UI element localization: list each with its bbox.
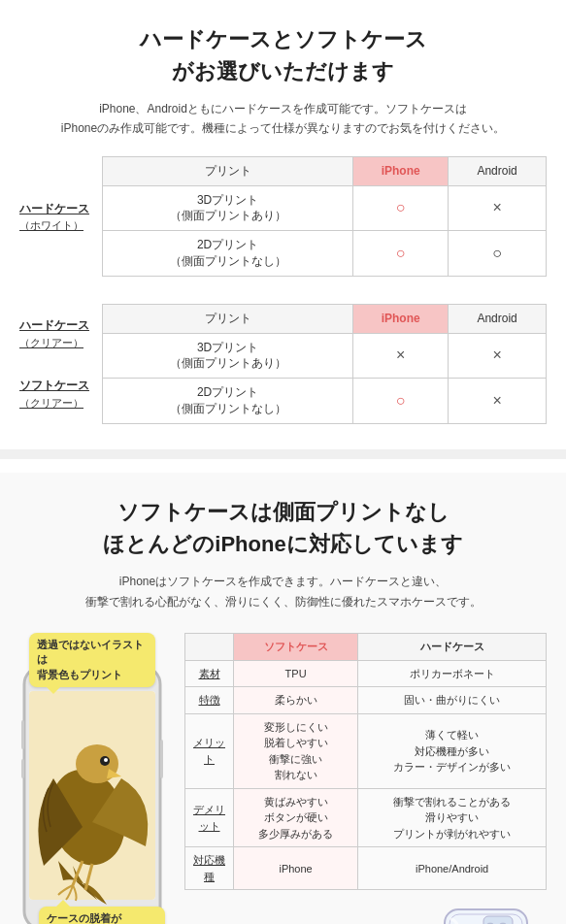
hard-feature: 固い・曲がりにくい — [358, 687, 547, 714]
table2-wrapper: ハードケース （クリアー） ソフトケース （クリアー） プリント iPhone … — [19, 304, 547, 424]
soft-demerit: 黄ばみやすいボタンが硬い多少厚みがある — [234, 788, 358, 847]
section-divider — [0, 449, 566, 459]
hard-case-clear-block: ハードケース （クリアー） — [19, 313, 96, 355]
soft-compat: iPhone — [234, 847, 358, 890]
svg-point-11 — [104, 758, 108, 762]
row2-iphone: ○ — [353, 231, 449, 277]
row3-iphone: × — [353, 333, 449, 379]
comparison-area: 透過ではないイラストは背景色もプリント — [19, 633, 547, 924]
soft-case-clear-sub: （クリアー） — [19, 397, 83, 409]
table-row: 対応機種 iPhone iPhone/Android — [185, 847, 547, 890]
compare-table-col: ソフトケース ハードケース 素材 TPU ポリカーボネート 特徴 柔らかい 固い… — [184, 633, 547, 924]
hard-merit: 薄くて軽い対応機種が多いカラー・デザインが多い — [358, 713, 547, 788]
row4-android: × — [449, 379, 547, 424]
phone-mockup-svg — [19, 662, 165, 924]
row3-android: × — [449, 333, 547, 379]
hard-case-clear-sub: （クリアー） — [19, 337, 83, 348]
soft-merit: 変形しにくい脱着しやすい衝撃に強い割れない — [234, 713, 358, 788]
row4-label: 2Dプリント（側面プリントなし） — [103, 379, 353, 424]
bubble-top: 透過ではないイラストは背景色もプリント — [29, 633, 155, 687]
row-label-material[interactable]: 素材 — [185, 660, 234, 687]
table-row: メリット 変形しにくい脱着しやすい衝撃に強い割れない 薄くて軽い対応機種が多いカ… — [185, 713, 547, 788]
svg-rect-4 — [21, 720, 24, 749]
row1-iphone: ○ — [353, 185, 449, 231]
row2-android: ○ — [449, 231, 547, 277]
hard-compat: iPhone/Android — [358, 847, 547, 890]
table-row: 素材 TPU ポリカーボネート — [185, 660, 547, 687]
row3-label: 3Dプリント（側面プリントあり） — [103, 333, 353, 379]
table-row: 2Dプリント（側面プリントなし） ○ × — [103, 379, 547, 424]
hard-case-white-label[interactable]: ハードケース — [19, 200, 96, 217]
row-label-demerit[interactable]: デメリット — [185, 788, 234, 847]
bubble-bottom: ケースの脱着が苦手な方におすすめ。 — [39, 907, 165, 924]
svg-rect-19 — [483, 916, 513, 924]
table-row: 3Dプリント（側面プリントあり） × × — [103, 333, 547, 379]
phone-img-container: 透過ではないイラストは背景色もプリント — [19, 633, 175, 924]
row-label-feature[interactable]: 特徴 — [185, 687, 234, 714]
table1: プリント iPhone Android 3Dプリント（側面プリントあり） ○ ×… — [102, 156, 547, 277]
col-android-1: Android — [449, 156, 547, 185]
section2-desc: iPhoneはソフトケースを作成できます。ハードケースと違い、 衝撃で割れる心配… — [19, 572, 547, 613]
section2-title: ソフトケースは側面プリントなしほとんどのiPhoneに対応しています — [19, 496, 547, 560]
table2: プリント iPhone Android 3Dプリント（側面プリントあり） × ×… — [102, 304, 547, 424]
table2-left-labels: ハードケース （クリアー） ソフトケース （クリアー） — [19, 304, 102, 424]
hard-case-clear-svg — [430, 900, 547, 924]
hard-case-white-sub: （ホワイト） — [19, 217, 96, 234]
col-print-2: プリント — [103, 304, 353, 333]
table-row: 2Dプリント（側面プリントなし） ○ ○ — [103, 231, 547, 277]
svg-rect-5 — [21, 759, 24, 778]
hard-case-img-area — [184, 900, 547, 924]
col-iphone-1: iPhone — [353, 156, 449, 185]
col-iphone-2: iPhone — [353, 304, 449, 333]
soft-case-clear-block: ソフトケース （クリアー） — [19, 373, 96, 415]
row2-label: 2Dプリント（側面プリントなし） — [103, 231, 353, 277]
table-row: デメリット 黄ばみやすいボタンが硬い多少厚みがある 衝撃で割れることがある滑りや… — [185, 788, 547, 847]
row1-label: 3Dプリント（側面プリントあり） — [103, 185, 353, 231]
soft-case-clear-label[interactable]: ソフトケース — [19, 379, 89, 392]
hard-case-clear-label[interactable]: ハードケース — [19, 318, 89, 332]
row4-iphone: ○ — [353, 379, 449, 424]
row-label-merit[interactable]: メリット — [185, 713, 234, 788]
svg-rect-6 — [160, 740, 163, 778]
table-row: 3Dプリント（側面プリントあり） ○ × — [103, 185, 547, 231]
col-android-2: Android — [449, 304, 547, 333]
hard-demerit: 衝撃で割れることがある滑りやすいプリントが剥がれやすい — [358, 788, 547, 847]
soft-feature: 柔らかい — [234, 687, 358, 714]
col-print: プリント — [103, 156, 353, 185]
phone-column: 透過ではないイラストは背景色もプリント — [19, 633, 175, 924]
section2: ソフトケースは側面プリントなしほとんどのiPhoneに対応しています iPhon… — [0, 473, 566, 924]
section1-desc: iPhone、Androidともにハードケースを作成可能です。ソフトケースは i… — [19, 99, 547, 139]
col-empty — [185, 633, 234, 660]
table-row: 特徴 柔らかい 固い・曲がりにくい — [185, 687, 547, 714]
section1: ハードケースとソフトケースがお選びいただけます iPhone、Androidとも… — [0, 0, 566, 449]
section1-title: ハードケースとソフトケースがお選びいただけます — [19, 23, 547, 87]
col-soft-header: ソフトケース — [234, 633, 358, 660]
table1-wrapper: ハードケース （ホワイト） プリント iPhone Android 3Dプリント… — [19, 156, 547, 277]
col-hard-header: ハードケース — [358, 633, 547, 660]
table1-left-label: ハードケース （ホワイト） — [19, 156, 102, 277]
soft-material: TPU — [234, 660, 358, 687]
row-label-compat[interactable]: 対応機種 — [185, 847, 234, 890]
hard-material: ポリカーボネート — [358, 660, 547, 687]
compare-table: ソフトケース ハードケース 素材 TPU ポリカーボネート 特徴 柔らかい 固い… — [184, 633, 547, 891]
row1-android: × — [449, 185, 547, 231]
